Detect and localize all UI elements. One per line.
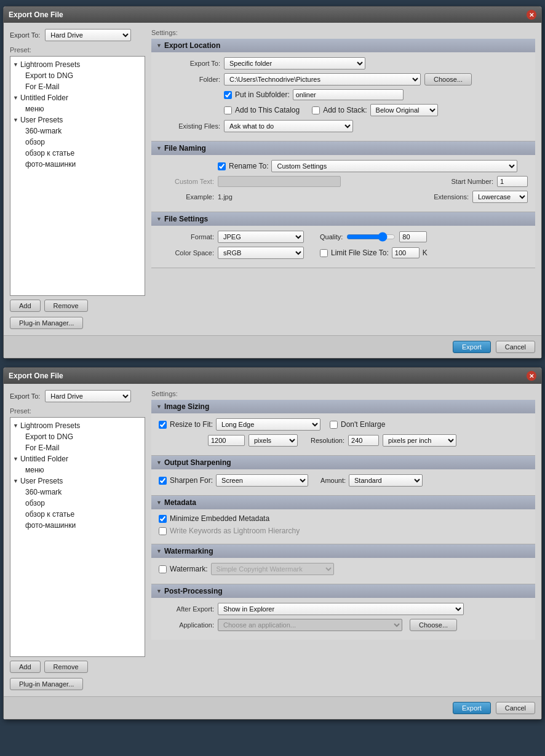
limit-size-input[interactable] <box>392 247 420 258</box>
minimize-metadata-label: Minimize Embedded Metadata <box>170 514 269 523</box>
amount-select[interactable]: Standard <box>349 474 423 487</box>
section-metadata-header[interactable]: ▼ Metadata <box>151 496 535 509</box>
choose-app-button[interactable]: Choose... <box>410 619 457 631</box>
remove-button[interactable]: Remove <box>44 300 88 312</box>
dont-enlarge-checkbox[interactable] <box>330 421 338 429</box>
tree-menu[interactable]: меню <box>22 103 145 114</box>
tree-lightroom-presets[interactable]: ▼ Lightroom Presets <box>10 59 145 70</box>
dialog2-export-button[interactable]: Export <box>453 702 491 714</box>
write-keywords-checkbox[interactable] <box>159 527 167 535</box>
tree-item-foto[interactable]: фото-машинки <box>22 159 145 170</box>
tree-for-email[interactable]: For E-Mail <box>22 81 145 92</box>
start-number-label: Start Number: <box>452 178 493 185</box>
quality-value-input[interactable] <box>399 231 427 242</box>
resize-to-fit-select[interactable]: Long Edge <box>216 418 320 431</box>
sharpen-for-label: Sharpen For: <box>170 476 213 485</box>
dialog2-cancel-button[interactable]: Cancel <box>496 702 535 714</box>
color-space-select[interactable]: sRGB <box>218 247 304 259</box>
minimize-metadata-checkbox[interactable] <box>159 515 167 523</box>
custom-text-input[interactable] <box>218 176 341 187</box>
dialog1-cancel-button[interactable]: Cancel <box>496 341 535 353</box>
extensions-select[interactable]: Lowercase <box>472 191 528 203</box>
dialog2-remove-button[interactable]: Remove <box>44 661 88 673</box>
dialog2-titlebar: Export One File ✕ <box>4 368 541 384</box>
tree-item-obzor-statye[interactable]: обзор к статье <box>22 148 145 159</box>
dialog2-tree-user-presets[interactable]: ▼ User Presets <box>10 475 145 487</box>
tree-untitled-folder[interactable]: ▼ Untitled Folder <box>10 92 145 103</box>
section-image-sizing-header[interactable]: ▼ Image Sizing <box>151 400 535 413</box>
dialog1-close-button[interactable]: ✕ <box>527 10 536 20</box>
size-unit-select[interactable]: pixels <box>249 434 298 447</box>
tree-item-obzor[interactable]: обзор <box>22 137 145 148</box>
section-file-settings: ▼ File Settings Format: JPEG Quality: <box>151 212 535 268</box>
dialog2-tree-untitled-folder[interactable]: ▼ Untitled Folder <box>10 453 145 464</box>
section-post-processing: ▼ Post-Processing After Export: Show in … <box>151 584 535 640</box>
rename-to-checkbox[interactable] <box>218 162 226 170</box>
section-file-settings-header[interactable]: ▼ File Settings <box>151 212 535 226</box>
dialog2-tree-for-email[interactable]: For E-Mail <box>22 442 145 453</box>
preset-tree: ▼ Lightroom Presets Export to DNG For E-… <box>10 56 145 296</box>
watermark-select[interactable]: Simple Copyright Watermark <box>211 563 334 575</box>
settings-scroll[interactable]: ▼ Export Location Export To: Specific fo… <box>151 39 535 279</box>
export-location-select[interactable]: Specific folder <box>224 57 365 70</box>
dialog2-plugin-manager-button[interactable]: Plug-in Manager... <box>10 678 83 690</box>
dialog2-tree-item-obzor-statye[interactable]: обзор к статье <box>22 509 145 520</box>
limit-size-checkbox[interactable] <box>320 249 328 257</box>
size-value-input[interactable] <box>208 435 245 446</box>
put-subfolder-checkbox[interactable] <box>224 91 232 99</box>
dialog2-tree-item-obzor[interactable]: обзор <box>22 498 145 509</box>
resolution-unit-select[interactable]: pixels per inch <box>383 434 456 447</box>
section-output-sharpening-header[interactable]: ▼ Output Sharpening <box>151 456 535 469</box>
plugin-manager-button[interactable]: Plug-in Manager... <box>10 317 83 329</box>
preset-label: Preset: <box>10 46 145 54</box>
subfolder-input[interactable] <box>293 89 404 100</box>
section-post-processing-header[interactable]: ▼ Post-Processing <box>151 584 535 598</box>
sharpen-for-select[interactable]: Screen <box>216 474 308 487</box>
dialog2-tree-item-foto[interactable]: фото-машинки <box>22 520 145 531</box>
dialog2-export-to-select[interactable]: Hard Drive <box>45 390 131 402</box>
folder-select[interactable]: C:\Users\Technodrive\Pictures <box>224 73 421 86</box>
dialog1-export-button[interactable]: Export <box>453 341 491 353</box>
section-file-naming-header[interactable]: ▼ File Naming <box>151 141 535 155</box>
watermark-label: Watermark: <box>170 565 208 573</box>
add-button[interactable]: Add <box>10 300 41 312</box>
start-number-input[interactable] <box>497 176 528 187</box>
after-export-label: After Export: <box>159 605 214 613</box>
dialog2-close-button[interactable]: ✕ <box>527 371 536 381</box>
choose-folder-button[interactable]: Choose... <box>424 73 472 86</box>
add-stack-select[interactable]: Below Original <box>370 104 438 116</box>
quality-slider[interactable] <box>346 232 396 242</box>
resize-to-fit-checkbox[interactable] <box>159 421 167 429</box>
dialog2-preset-label: Preset: <box>10 407 145 415</box>
settings-label: Settings: <box>151 29 535 36</box>
dialog2-settings-scroll[interactable]: ▼ Image Sizing Resize to Fit: Long Edge <box>151 400 535 640</box>
resolution-value-input[interactable] <box>348 435 379 446</box>
dialog2-tree-export-dng[interactable]: Export to DNG <box>22 431 145 442</box>
dialog2-add-button[interactable]: Add <box>10 661 41 673</box>
existing-files-label: Existing Files: <box>159 122 220 130</box>
after-export-select[interactable]: Show in Explorer <box>218 603 464 615</box>
dialog2-tree-lightroom-presets[interactable]: ▼ Lightroom Presets <box>10 420 145 431</box>
dialog2-tree-item-360[interactable]: 360-wmark <box>22 487 145 498</box>
sharpen-for-checkbox[interactable] <box>159 477 167 485</box>
dialog1-titlebar: Export One File ✕ <box>4 7 541 23</box>
tree-item-360[interactable]: 360-wmark <box>22 125 145 137</box>
limit-size-label: Limit File Size To: <box>331 249 389 257</box>
section-watermarking-header[interactable]: ▼ Watermarking <box>151 544 535 558</box>
format-select[interactable]: JPEG <box>218 231 304 243</box>
tree-export-dng[interactable]: Export to DNG <box>22 70 145 81</box>
watermark-checkbox[interactable] <box>159 565 167 573</box>
dialog2-export-to-label: Export To: <box>10 392 40 400</box>
dont-enlarge-label: Don't Enlarge <box>341 420 385 429</box>
add-catalog-checkbox[interactable] <box>224 106 232 114</box>
existing-files-select[interactable]: Ask what to do <box>224 120 353 132</box>
rename-to-select[interactable]: Custom Settings <box>271 160 517 172</box>
dialog2-tree-menu[interactable]: меню <box>22 464 145 475</box>
extensions-label: Extensions: <box>434 193 469 201</box>
dialog1-left-panel: Export To: Hard Drive Preset: ▼ Lightroo… <box>10 29 145 329</box>
section-export-location-header[interactable]: ▼ Export Location <box>151 39 535 52</box>
add-stack-checkbox[interactable] <box>312 106 320 114</box>
application-select[interactable]: Choose an application... <box>218 619 402 631</box>
export-to-select[interactable]: Hard Drive <box>45 29 131 41</box>
tree-user-presets[interactable]: ▼ User Presets <box>10 114 145 125</box>
